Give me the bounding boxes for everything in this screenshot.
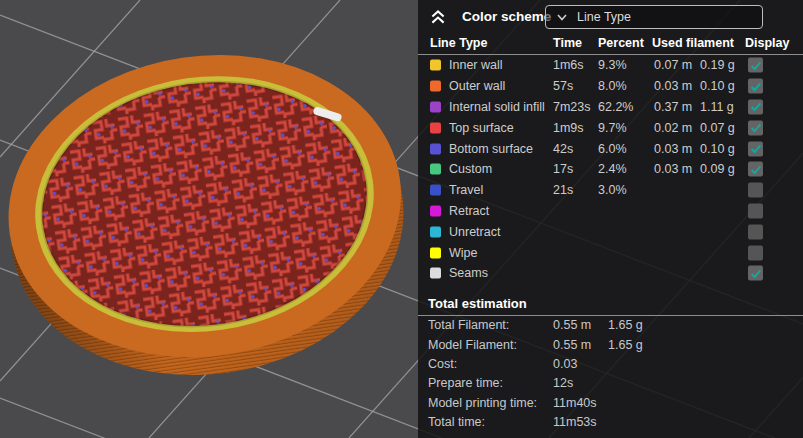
check-icon bbox=[749, 162, 763, 176]
dropdown-selected-value: Line Type bbox=[577, 10, 631, 24]
color-scheme-panel: Color scheme Line Type Line Type Time Pe… bbox=[418, 0, 803, 438]
total-row-label: Prepare time: bbox=[428, 376, 503, 390]
line-type-label: Outer wall bbox=[449, 79, 505, 93]
column-header-line-type: Line Type bbox=[430, 36, 487, 50]
total-row-value-1: 11m40s bbox=[553, 396, 597, 410]
total-estimation-row: Prepare time: 12s bbox=[418, 374, 803, 393]
check-icon bbox=[749, 121, 763, 135]
line-type-filament-weight: 0.07 g bbox=[700, 121, 735, 135]
total-estimation-row: Cost: 0.03 bbox=[418, 354, 803, 373]
line-type-filament-weight: 0.19 g bbox=[700, 58, 735, 72]
display-checkbox[interactable] bbox=[748, 99, 763, 114]
line-type-color-swatch bbox=[430, 60, 441, 71]
line-type-time: 42s bbox=[553, 142, 573, 156]
line-type-color-swatch bbox=[430, 247, 441, 258]
line-type-row: Retract bbox=[418, 201, 803, 222]
line-type-color-swatch bbox=[430, 81, 441, 92]
total-row-value-2: 1.65 g bbox=[608, 318, 643, 332]
display-checkbox[interactable] bbox=[748, 224, 763, 239]
total-estimation-row: Total Filament: 0.55 m 1.65 g bbox=[418, 316, 803, 335]
display-checkbox[interactable] bbox=[748, 58, 763, 73]
total-row-value-1: 11m53s bbox=[553, 415, 597, 429]
line-type-row: Inner wall 1m6s 9.3% 0.07 m 0.19 g bbox=[418, 55, 803, 76]
line-type-time: 1m6s bbox=[553, 58, 584, 72]
total-row-label: Model printing time: bbox=[428, 396, 537, 410]
total-row-value-1: 12s bbox=[553, 376, 573, 390]
line-type-color-swatch bbox=[430, 185, 441, 196]
check-icon bbox=[749, 100, 763, 114]
total-estimation-row: Model Filament: 0.55 m 1.65 g bbox=[418, 335, 803, 354]
chevron-down-icon bbox=[556, 11, 568, 23]
display-checkbox[interactable] bbox=[748, 245, 763, 260]
column-header-time: Time bbox=[553, 36, 582, 50]
display-checkbox[interactable] bbox=[748, 183, 763, 198]
total-row-value-2: 1.65 g bbox=[608, 338, 643, 352]
line-type-time: 17s bbox=[553, 162, 573, 176]
color-scheme-dropdown[interactable]: Line Type bbox=[545, 5, 763, 29]
check-icon bbox=[749, 79, 763, 93]
check-icon bbox=[749, 58, 763, 72]
line-type-label: Seams bbox=[449, 266, 488, 280]
line-type-row: Travel 21s 3.0% bbox=[418, 180, 803, 201]
line-type-label: Unretract bbox=[449, 225, 500, 239]
panel-header: Color scheme Line Type bbox=[418, 0, 803, 35]
line-type-percent: 6.0% bbox=[598, 142, 627, 156]
total-row-value-1: 0.03 bbox=[553, 357, 577, 371]
line-type-label: Internal solid infill bbox=[449, 100, 545, 114]
total-row-label: Model Filament: bbox=[428, 338, 517, 352]
display-checkbox[interactable] bbox=[748, 120, 763, 135]
line-type-filament-length: 0.07 m bbox=[654, 58, 692, 72]
panel-title: Color scheme bbox=[462, 9, 551, 24]
line-type-label: Travel bbox=[449, 183, 483, 197]
line-type-label: Wipe bbox=[449, 246, 477, 260]
line-type-label: Retract bbox=[449, 204, 489, 218]
total-estimation-title: Total estimation bbox=[418, 295, 803, 316]
display-checkbox[interactable] bbox=[748, 266, 763, 281]
column-header-used-filament: Used filament bbox=[652, 36, 734, 50]
line-type-percent: 2.4% bbox=[598, 162, 627, 176]
total-estimation-rows: Total Filament: 0.55 m 1.65 g Model Fila… bbox=[418, 316, 803, 432]
total-estimation-row: Model printing time: 11m40s bbox=[418, 393, 803, 412]
line-type-rows: Inner wall 1m6s 9.3% 0.07 m 0.19 g Outer… bbox=[418, 55, 803, 284]
line-type-percent: 9.7% bbox=[598, 121, 627, 135]
line-type-time: 7m23s bbox=[553, 100, 591, 114]
display-checkbox[interactable] bbox=[748, 162, 763, 177]
display-checkbox[interactable] bbox=[748, 79, 763, 94]
line-type-time: 1m9s bbox=[553, 121, 584, 135]
line-type-label: Top surface bbox=[449, 121, 514, 135]
line-type-row: Bottom surface 42s 6.0% 0.03 m 0.10 g bbox=[418, 138, 803, 159]
total-row-label: Cost: bbox=[428, 357, 457, 371]
line-type-filament-length: 0.02 m bbox=[654, 121, 692, 135]
collapse-panel-icon[interactable] bbox=[429, 8, 447, 26]
line-type-color-swatch bbox=[430, 268, 441, 279]
check-icon bbox=[749, 266, 763, 280]
line-type-color-swatch bbox=[430, 122, 441, 133]
line-type-time: 21s bbox=[553, 183, 573, 197]
line-type-label: Custom bbox=[449, 162, 492, 176]
line-type-row: Custom 17s 2.4% 0.03 m 0.09 g bbox=[418, 159, 803, 180]
line-type-filament-weight: 0.09 g bbox=[700, 162, 735, 176]
display-checkbox[interactable] bbox=[748, 203, 763, 218]
line-type-row: Internal solid infill 7m23s 62.2% 0.37 m… bbox=[418, 97, 803, 118]
total-row-label: Total Filament: bbox=[428, 318, 509, 332]
line-type-color-swatch bbox=[430, 164, 441, 175]
line-type-filament-weight: 1.11 g bbox=[700, 100, 734, 114]
display-checkbox[interactable] bbox=[748, 141, 763, 156]
line-type-percent: 3.0% bbox=[598, 183, 627, 197]
total-row-value-1: 0.55 m bbox=[553, 338, 591, 352]
total-estimation-row: Total time: 11m53s bbox=[418, 412, 803, 431]
line-type-color-swatch bbox=[430, 143, 441, 154]
line-type-color-swatch bbox=[430, 101, 441, 112]
line-type-row: Top surface 1m9s 9.7% 0.02 m 0.07 g bbox=[418, 117, 803, 138]
line-type-filament-length: 0.03 m bbox=[654, 79, 692, 93]
check-icon bbox=[749, 142, 763, 156]
line-type-row: Wipe bbox=[418, 242, 803, 263]
line-type-filament-length: 0.03 m bbox=[654, 162, 692, 176]
line-type-color-swatch bbox=[430, 226, 441, 237]
line-type-filament-weight: 0.10 g bbox=[700, 142, 735, 156]
line-type-time: 57s bbox=[553, 79, 573, 93]
line-type-filament-weight: 0.10 g bbox=[700, 79, 735, 93]
column-header-percent: Percent bbox=[598, 36, 644, 50]
total-row-value-1: 0.55 m bbox=[553, 318, 591, 332]
line-type-label: Bottom surface bbox=[449, 142, 533, 156]
